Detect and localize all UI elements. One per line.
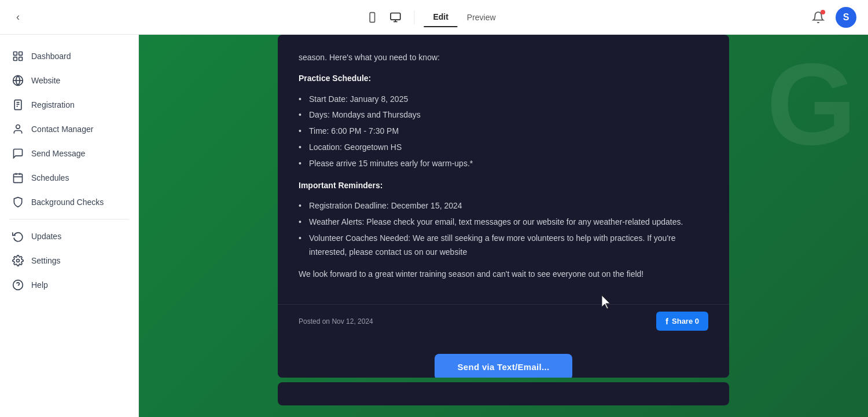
svg-rect-6 [19, 52, 23, 56]
reminder-item-3: Volunteer Coaches Needed: We are still s… [299, 232, 708, 259]
sidebar: Dashboard Website Registration [0, 35, 139, 417]
contact-manager-label: Contact Manager [31, 125, 93, 134]
practice-item-5: Please arrive 15 minutes early for warm-… [299, 157, 708, 171]
topbar-tabs: Edit Preview [424, 8, 505, 27]
posted-date: Posted on Nov 12, 2024 [299, 317, 373, 325]
device-icons [363, 8, 404, 27]
sidebar-item-registration[interactable]: Registration [0, 93, 138, 117]
background-checks-label: Background Checks [31, 197, 104, 207]
svg-rect-0 [370, 12, 374, 22]
help-label: Help [31, 280, 48, 290]
reminders-title: Important Reminders: [299, 179, 708, 193]
schedules-icon [12, 171, 24, 184]
facebook-share-button[interactable]: f Share 0 [656, 312, 708, 331]
sidebar-item-settings[interactable]: Settings [0, 248, 138, 273]
contact-manager-icon [12, 123, 24, 136]
topbar: ‹ Edit Preview [0, 0, 868, 35]
article-card-secondary [278, 382, 729, 405]
article-intro: season. Here's what you need to know: [299, 51, 708, 65]
sidebar-divider [9, 219, 129, 220]
svg-rect-16 [14, 174, 23, 182]
content-area: G season. Here's what you need to know: … [139, 35, 868, 417]
sidebar-item-dashboard[interactable]: Dashboard [0, 44, 138, 68]
main-layout: Dashboard Website Registration [0, 35, 868, 417]
send-button-container: Send via Text/Email... [278, 342, 729, 378]
article-footer: Posted on Nov 12, 2024 f Share 0 [278, 304, 729, 342]
notification-button[interactable] [808, 7, 829, 28]
article-container[interactable]: season. Here's what you need to know: Pr… [278, 35, 729, 417]
avatar[interactable]: S [836, 7, 856, 28]
article-body: season. Here's what you need to know: Pr… [278, 35, 729, 299]
registration-icon [12, 98, 24, 111]
article-card-main: season. Here's what you need to know: Pr… [278, 35, 729, 378]
back-button[interactable]: ‹ [12, 6, 24, 28]
dashboard-icon [12, 50, 24, 63]
mobile-device-icon[interactable] [363, 8, 381, 27]
send-message-label: Send Message [31, 149, 85, 158]
sidebar-item-contact-manager[interactable]: Contact Manager [0, 117, 138, 141]
svg-rect-7 [14, 57, 17, 61]
send-message-icon [12, 147, 24, 160]
topbar-left: ‹ [12, 6, 24, 28]
svg-rect-2 [391, 13, 400, 20]
practice-list: Start Date: January 8, 2025 Days: Monday… [299, 93, 708, 171]
practice-item-2: Days: Mondays and Thursdays [299, 108, 708, 122]
tab-preview[interactable]: Preview [458, 8, 505, 27]
background-checks-icon [12, 196, 24, 209]
tab-edit[interactable]: Edit [424, 8, 457, 27]
practice-item-4: Location: Georgetown HS [299, 141, 708, 155]
article-closing: We look forward to a great winter traini… [299, 268, 708, 281]
sidebar-item-website[interactable]: Website [0, 68, 138, 93]
practice-item-1: Start Date: January 8, 2025 [299, 93, 708, 107]
sidebar-item-help[interactable]: Help [0, 273, 138, 297]
settings-icon [12, 254, 24, 267]
registration-label: Registration [31, 100, 75, 109]
updates-icon [12, 230, 24, 243]
fb-share-label: Share 0 [672, 317, 699, 325]
topbar-center: Edit Preview [363, 8, 505, 27]
updates-label: Updates [31, 232, 61, 241]
schedules-label: Schedules [31, 173, 69, 182]
topbar-right: S [808, 7, 856, 28]
svg-rect-8 [19, 57, 23, 61]
settings-label: Settings [31, 256, 61, 265]
facebook-icon: f [665, 316, 668, 326]
practice-item-3: Time: 6:00 PM - 7:30 PM [299, 125, 708, 138]
help-icon [12, 279, 24, 291]
bg-logo: G [766, 46, 856, 162]
sidebar-item-updates[interactable]: Updates [0, 224, 138, 248]
topbar-divider [414, 10, 414, 24]
dashboard-label: Dashboard [31, 52, 71, 61]
reminders-list: Registration Deadline: December 15, 2024… [299, 199, 708, 259]
website-label: Website [31, 76, 60, 85]
reminder-item-2: Weather Alerts: Please check your email,… [299, 215, 708, 229]
reminder-item-1: Registration Deadline: December 15, 2024 [299, 199, 708, 213]
svg-point-20 [17, 259, 20, 262]
svg-point-15 [16, 125, 20, 129]
sidebar-item-background-checks[interactable]: Background Checks [0, 190, 138, 214]
desktop-device-icon[interactable] [386, 8, 404, 27]
send-via-text-email-button[interactable]: Send via Text/Email... [435, 354, 573, 378]
svg-rect-5 [14, 52, 17, 56]
sidebar-item-schedules[interactable]: Schedules [0, 166, 138, 190]
notification-dot [821, 10, 825, 14]
sidebar-item-send-message[interactable]: Send Message [0, 141, 138, 166]
website-icon [12, 74, 24, 87]
practice-schedule-title: Practice Schedule: [299, 72, 708, 86]
